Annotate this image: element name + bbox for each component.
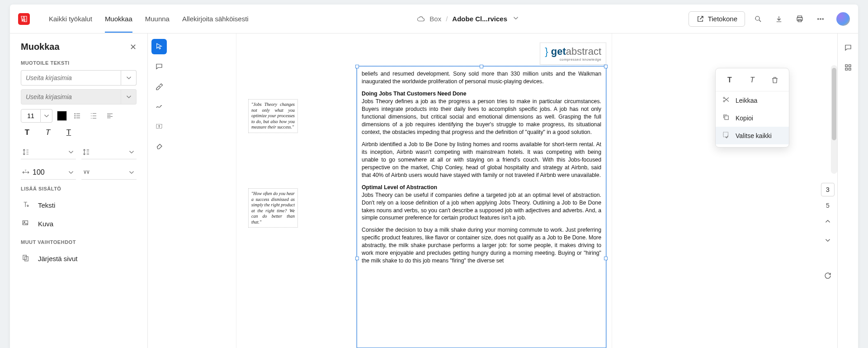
brand-logo-box[interactable]: } getabstract compressed knowledge	[540, 43, 606, 65]
apps-panel-button[interactable]	[842, 62, 854, 73]
underline-button[interactable]: T	[62, 126, 75, 139]
body-p5: Consider the decision to buy a milk shak…	[362, 226, 601, 265]
ctx-copy-label: Kopioi	[736, 114, 753, 122]
font-style-select: Useita kirjasimia	[21, 89, 121, 105]
close-panel-button[interactable]: ✕	[130, 42, 137, 52]
chevron-down-icon	[127, 168, 136, 176]
ctx-select-all-label: Valitse kaikki	[736, 132, 772, 139]
breadcrumb-location[interactable]: Box	[429, 15, 441, 23]
body-p4: Jobs Theory can be useful if companies d…	[362, 192, 601, 221]
line-spacing-control[interactable]	[21, 145, 76, 159]
open-local-button[interactable]: Tietokone	[689, 11, 745, 27]
selected-text-frame[interactable]: beliefs and resumed development. Sony so…	[357, 66, 606, 348]
edit-panel: Muokkaa ✕ Muotoile teksti Useita kirjasi…	[10, 33, 148, 348]
svg-rect-20	[845, 65, 848, 67]
svg-point-5	[820, 18, 821, 19]
highlight-tool[interactable]	[151, 79, 167, 94]
tab-convert[interactable]: Muunna	[145, 5, 170, 33]
add-image-label: Kuva	[38, 220, 53, 228]
svg-rect-3	[798, 19, 802, 22]
download-button[interactable]	[771, 11, 787, 27]
svg-rect-22	[845, 68, 848, 71]
scissors-icon	[722, 95, 730, 105]
svg-rect-23	[849, 68, 851, 71]
download-icon	[775, 15, 783, 23]
vertical-scrollbar[interactable]	[831, 65, 837, 174]
svg-point-9	[75, 118, 75, 119]
ctx-italic-button[interactable]: T	[746, 74, 759, 86]
search-icon	[754, 15, 762, 23]
search-button[interactable]	[750, 11, 766, 27]
brand-pre: get	[551, 46, 566, 57]
svg-point-4	[818, 18, 819, 19]
ctx-copy[interactable]: Kopioi	[716, 109, 789, 127]
avatar[interactable]	[836, 12, 850, 26]
chevron-down-icon	[127, 148, 136, 156]
print-button[interactable]	[792, 11, 807, 27]
line-spacing-icon	[22, 148, 30, 156]
chevron-down-icon	[67, 148, 75, 156]
paragraph-spacing-control[interactable]	[81, 145, 137, 159]
add-text-label: Teksti	[38, 201, 55, 209]
horizontal-scale-control[interactable]: T 100	[21, 166, 76, 180]
pull-quote-1[interactable]: "Jobs Theory changes not only what you o…	[248, 99, 298, 133]
pages-icon	[22, 254, 32, 263]
tab-all-tools[interactable]: Kaikki työkalut	[49, 5, 92, 33]
page-canvas[interactable]: } getabstract compressed knowledge "Jobs…	[236, 33, 612, 348]
section-other: Muut vaihtoehdot	[21, 239, 137, 245]
chevron-down-icon[interactable]	[121, 70, 137, 86]
bullet-list-button[interactable]	[71, 110, 83, 122]
erase-tool[interactable]	[151, 138, 167, 154]
breadcrumb-sep: /	[446, 15, 448, 23]
body-h2: Doing Jobs That Customers Need Done	[362, 91, 467, 97]
chevron-down-icon[interactable]	[41, 109, 52, 123]
font-family-select[interactable]: Useita kirjasimia	[21, 70, 121, 86]
body-p2: Jobs Theory defines a job as the progres…	[362, 98, 601, 135]
ctx-select-all[interactable]: Valitse kaikki	[716, 127, 789, 144]
svg-rect-11	[23, 221, 28, 225]
breadcrumb-document[interactable]: Adobe Cl...rvices	[452, 15, 507, 23]
ctx-delete-button[interactable]	[769, 74, 781, 86]
more-icon	[816, 15, 825, 23]
body-p1: beliefs and resumed development. Sony so…	[362, 70, 601, 86]
svg-rect-18	[725, 116, 728, 119]
page-up-button[interactable]	[821, 215, 835, 230]
add-image-button[interactable]: Kuva	[21, 215, 137, 233]
numbered-list-button[interactable]	[88, 110, 99, 122]
reorder-pages-button[interactable]: Järjestä sivut	[21, 249, 137, 268]
bold-button[interactable]: T	[21, 126, 33, 139]
page-down-button[interactable]	[821, 234, 835, 249]
tracking-icon	[82, 168, 90, 176]
svg-point-0	[755, 16, 760, 20]
chevron-down-icon[interactable]	[512, 14, 520, 24]
font-size-input[interactable]: 11	[21, 109, 41, 123]
pull-quote-2[interactable]: "How often do you hear a success dismiss…	[248, 188, 298, 228]
svg-rect-21	[849, 65, 851, 67]
tab-esign[interactable]: Allekirjoita sähköisesti	[182, 5, 249, 33]
align-button[interactable]	[104, 110, 116, 122]
tracking-control[interactable]	[81, 166, 137, 180]
ctx-bold-button[interactable]: T	[723, 74, 736, 86]
comments-panel-button[interactable]	[842, 42, 854, 53]
text-icon	[22, 200, 32, 210]
add-text-button[interactable]: Teksti	[21, 196, 137, 215]
tab-edit[interactable]: Muokkaa	[105, 5, 132, 33]
italic-button[interactable]: T	[42, 126, 54, 139]
ctx-cut[interactable]: Leikkaa	[716, 91, 789, 109]
text-box-tool[interactable]	[151, 119, 167, 134]
brand-post: abstract	[566, 46, 601, 57]
more-button[interactable]	[813, 11, 828, 27]
nav-tabs: Kaikki työkalut Muokkaa Muunna Allekirjo…	[49, 5, 249, 33]
refresh-button[interactable]	[821, 269, 835, 284]
top-bar: Kaikki työkalut Muokkaa Muunna Allekirjo…	[10, 5, 858, 33]
reorder-pages-label: Järjestä sivut	[38, 255, 78, 262]
cloud-icon	[417, 15, 425, 23]
page-current-input[interactable]: 3	[821, 183, 835, 196]
text-color-swatch[interactable]	[57, 111, 67, 121]
page-navigator: 3 5	[821, 183, 835, 284]
chevron-down-icon	[121, 89, 137, 105]
comment-tool[interactable]	[151, 59, 167, 74]
body-p3: Airbnb identified a Job to Be Done by li…	[362, 141, 601, 179]
draw-tool[interactable]	[151, 99, 167, 114]
select-tool[interactable]	[151, 39, 167, 54]
